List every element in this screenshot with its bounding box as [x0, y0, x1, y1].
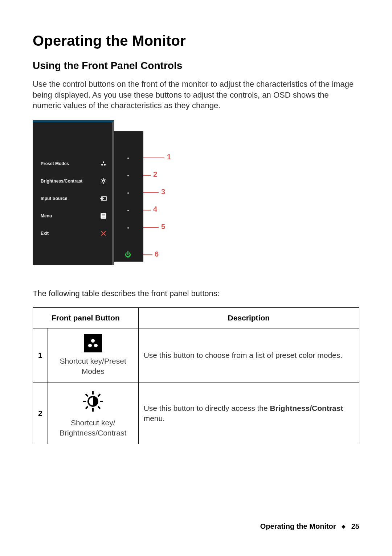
osd-row-preset-modes: Preset Modes — [41, 155, 107, 172]
th-description: Description — [138, 308, 359, 328]
page-footer: Operating the Monitor ◆ 25 — [260, 522, 359, 531]
preset-icon — [100, 160, 107, 167]
diamond-icon: ◆ — [342, 523, 346, 529]
monitor-bezel: ⏻ — [114, 131, 143, 262]
row-icon-cell: Shortcut key/Preset Modes — [48, 328, 138, 383]
section-heading: Using the Front Panel Controls — [33, 60, 359, 71]
table-lead: The following table describes the front … — [33, 289, 359, 298]
row-description: Use this button to directly access the B… — [138, 383, 359, 444]
osd-row-brightness: Brightness/Contrast — [41, 172, 107, 190]
svg-point-0 — [103, 162, 104, 163]
svg-point-21 — [94, 344, 98, 347]
osd-label: Preset Modes — [41, 161, 100, 166]
osd-figure: Preset Modes Brightness/Contrast — [33, 120, 171, 269]
osd-label: Input Source — [41, 196, 100, 201]
callout-number: 5 — [161, 222, 165, 231]
desc-bold: Brightness/Contrast — [270, 404, 343, 412]
row-description: Use this button to choose from a list of… — [138, 328, 359, 383]
svg-point-2 — [104, 164, 106, 165]
desc-text: Use this button to directly access the — [144, 404, 270, 412]
brightness-icon — [80, 389, 106, 414]
desc-text: menu. — [144, 414, 165, 422]
callout-number: 4 — [153, 205, 157, 213]
front-panel-buttons-table: Front panel Button Description 1 Shortcu… — [33, 307, 359, 444]
svg-point-19 — [91, 339, 95, 343]
svg-line-11 — [105, 179, 105, 180]
power-icon: ⏻ — [125, 251, 131, 258]
svg-line-27 — [86, 394, 88, 396]
svg-point-20 — [88, 344, 92, 347]
button-dot — [127, 158, 129, 159]
svg-line-29 — [86, 406, 88, 409]
svg-line-8 — [102, 179, 102, 180]
osd-row-exit: Exit — [41, 225, 107, 242]
row-index: 2 — [33, 383, 48, 444]
callout-number: 1 — [167, 153, 171, 161]
footer-title: Operating the Monitor — [260, 522, 336, 530]
callout-number: 3 — [161, 188, 165, 196]
menu-icon — [100, 212, 107, 220]
th-front-panel-button: Front panel Button — [33, 308, 139, 328]
svg-line-30 — [98, 394, 100, 396]
callout-number: 6 — [155, 250, 159, 258]
table-row: 1 Shortcut key/Preset Modes Use this but… — [33, 328, 359, 383]
button-dot — [127, 175, 129, 176]
osd-label: Exit — [41, 231, 100, 236]
svg-line-28 — [98, 406, 100, 409]
osd-row-input-source: Input Source — [41, 190, 107, 207]
callout-number: 2 — [153, 170, 157, 179]
osd-label: Menu — [41, 213, 100, 218]
button-dot — [127, 210, 129, 211]
svg-point-1 — [101, 164, 103, 165]
svg-line-9 — [105, 183, 105, 183]
row-index: 1 — [33, 328, 48, 383]
brightness-icon — [100, 177, 107, 185]
input-icon — [100, 195, 107, 202]
table-row: 2 Shortcut key/ Brightness/Contrast Use … — [33, 383, 359, 444]
osd-panel: Preset Modes Brightness/Contrast — [33, 120, 114, 265]
row-icon-label: Shortcut key/ Brightness/Contrast — [60, 418, 126, 437]
close-icon — [100, 230, 107, 237]
osd-label: Brightness/Contrast — [41, 179, 100, 184]
row-icon-label: Shortcut key/Preset Modes — [60, 357, 126, 375]
page-number: 25 — [351, 522, 359, 530]
row-icon-cell: Shortcut key/ Brightness/Contrast — [48, 383, 138, 444]
preset-icon — [84, 334, 102, 352]
button-dot — [127, 192, 129, 194]
button-dot — [127, 227, 129, 229]
page-title: Operating the Monitor — [33, 33, 359, 49]
intro-paragraph: Use the control buttons on the front of … — [33, 79, 359, 111]
osd-row-menu: Menu — [41, 207, 107, 225]
svg-line-10 — [102, 183, 102, 183]
